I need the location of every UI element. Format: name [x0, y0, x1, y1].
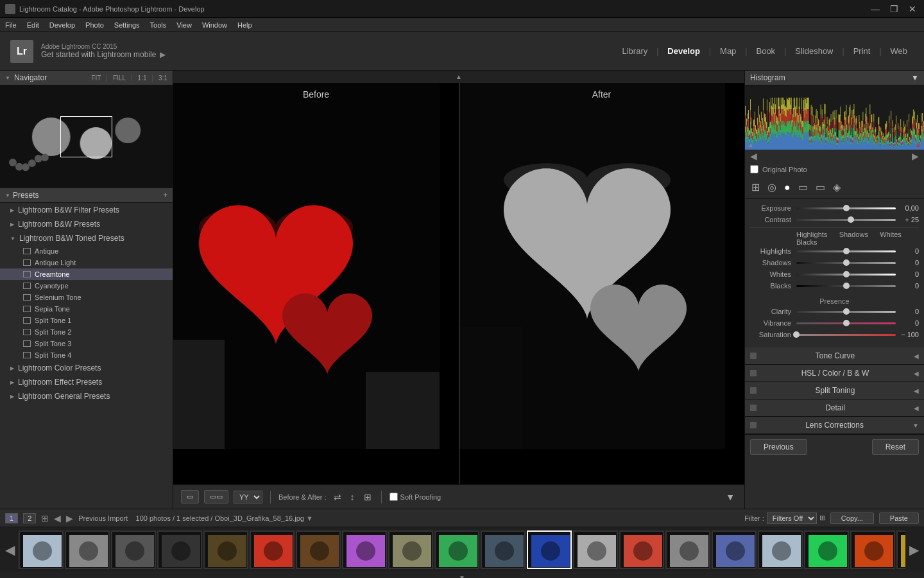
- shadows-thumb[interactable]: [843, 259, 850, 266]
- preset-antique[interactable]: Antique: [0, 245, 173, 257]
- copy-button[interactable]: Copy...: [830, 512, 874, 524]
- nav-fit[interactable]: FIT: [91, 74, 101, 82]
- menu-window[interactable]: Window: [202, 21, 227, 29]
- hist-left-arrow[interactable]: ◀: [750, 151, 757, 161]
- nav-web[interactable]: Web: [884, 44, 914, 58]
- menu-develop[interactable]: Develop: [49, 21, 75, 29]
- nav-library[interactable]: Library: [615, 44, 654, 58]
- filmstrip-thumb-5[interactable]: [250, 530, 295, 569]
- filmstrip-thumb-9[interactable]: [434, 530, 479, 569]
- filmstrip-thumb-7[interactable]: [342, 530, 387, 569]
- highlights-track[interactable]: [796, 250, 896, 252]
- menu-edit[interactable]: Edit: [27, 21, 39, 29]
- hist-highlight-marker[interactable]: ▲: [915, 141, 921, 148]
- nav-book[interactable]: Book: [749, 44, 782, 58]
- preset-group-bw-toned-header[interactable]: ▼ Lightroom B&W Toned Presets: [0, 231, 173, 245]
- soft-proof-checkbox[interactable]: [389, 493, 398, 501]
- orient-icon[interactable]: ⊞: [362, 490, 373, 504]
- preset-split-tone-1[interactable]: Split Tone 1: [0, 315, 173, 326]
- menu-tools[interactable]: Tools: [150, 21, 167, 29]
- whites-thumb[interactable]: [843, 271, 850, 277]
- view-loupe-btn[interactable]: ▭: [181, 490, 199, 504]
- histogram-collapse-icon[interactable]: ▼: [911, 73, 919, 82]
- strip-next-icon[interactable]: ▶: [66, 513, 73, 523]
- filter-dropdown[interactable]: Filters Off: [767, 512, 817, 524]
- preset-group-bw-presets-header[interactable]: ▶ Lightroom B&W Presets: [0, 217, 173, 231]
- navigator-preview[interactable]: [0, 85, 173, 188]
- filename-dropdown-icon[interactable]: ▼: [306, 514, 313, 522]
- bottom-panel-toggle[interactable]: ▼: [0, 572, 924, 578]
- strip-page-1[interactable]: 1: [5, 513, 18, 523]
- previous-button[interactable]: Previous: [750, 439, 807, 455]
- exposure-thumb[interactable]: [843, 205, 850, 211]
- clarity-track[interactable]: [796, 311, 896, 313]
- menu-settings[interactable]: Settings: [114, 21, 140, 29]
- menu-help[interactable]: Help: [237, 21, 252, 29]
- filmstrip-thumb-8[interactable]: [388, 530, 433, 569]
- detail-header[interactable]: Detail ◀: [745, 399, 924, 416]
- menu-file[interactable]: File: [5, 21, 17, 29]
- filmstrip-thumb-1[interactable]: [65, 530, 110, 569]
- menu-photo[interactable]: Photo: [85, 21, 104, 29]
- split-toning-header[interactable]: Split Toning ◀: [745, 382, 924, 399]
- preset-sepia-tone[interactable]: Sepia Tone: [0, 303, 173, 315]
- filmstrip-thumb-10[interactable]: [481, 530, 526, 569]
- nav-print[interactable]: Print: [847, 44, 877, 58]
- saturation-track[interactable]: [796, 334, 896, 336]
- filmstrip-thumb-11[interactable]: [527, 530, 572, 569]
- preset-cyanotype[interactable]: Cyanotype: [0, 280, 173, 292]
- strip-grid-icon[interactable]: ⊞: [41, 513, 49, 523]
- filmstrip-thumb-3[interactable]: [157, 530, 202, 569]
- filmstrip-thumb-2[interactable]: [111, 530, 156, 569]
- nav-develop[interactable]: Develop: [661, 44, 706, 58]
- preset-group-general-header[interactable]: ▶ Lightroom General Presets: [0, 389, 173, 403]
- sync-icon[interactable]: ↕: [348, 490, 357, 504]
- nav-3to1[interactable]: 3:1: [158, 74, 167, 82]
- shadows-track[interactable]: [796, 262, 896, 264]
- highlights-thumb[interactable]: [843, 248, 850, 254]
- filmstrip-left-nav[interactable]: ◀: [3, 539, 17, 560]
- filmstrip-thumb-4[interactable]: [203, 530, 248, 569]
- filmstrip-thumb-6[interactable]: [296, 530, 341, 569]
- whites-track[interactable]: [796, 274, 896, 276]
- tool-grid-icon[interactable]: ⊞: [750, 180, 761, 195]
- preset-creamtone[interactable]: Creamtone: [0, 268, 173, 280]
- filmstrip-thumb-12[interactable]: [573, 530, 618, 569]
- filmstrip-thumb-18[interactable]: [850, 530, 895, 569]
- filmstrip-right-nav[interactable]: ▶: [907, 539, 921, 560]
- hsl-header[interactable]: HSL / Color / B & W ◀: [745, 365, 924, 381]
- contrast-track[interactable]: [796, 219, 896, 221]
- blacks-track[interactable]: [796, 285, 896, 287]
- tone-curve-header[interactable]: Tone Curve ◀: [745, 347, 924, 364]
- vibrance-thumb[interactable]: [843, 320, 850, 326]
- view-dropdown[interactable]: YY XY: [234, 491, 262, 504]
- window-controls[interactable]: — ❐ ✕: [868, 4, 919, 14]
- close-button[interactable]: ✕: [906, 4, 919, 14]
- tool-redeye-icon[interactable]: ▭: [797, 180, 809, 195]
- navigator-collapse-icon[interactable]: ▼: [5, 75, 10, 81]
- tool-gradient-icon[interactable]: ▭: [814, 180, 826, 195]
- top-panel-toggle[interactable]: ▲: [173, 71, 744, 83]
- filmstrip-thumb-15[interactable]: [712, 530, 757, 569]
- tool-crop-icon[interactable]: ◎: [766, 180, 778, 195]
- nav-slideshow[interactable]: Slideshow: [789, 44, 839, 58]
- blacks-thumb[interactable]: [843, 283, 850, 289]
- tool-brush-icon[interactable]: ◈: [832, 180, 842, 195]
- preset-group-color-header[interactable]: ▶ Lightroom Color Presets: [0, 361, 173, 375]
- filmstrip-thumb-17[interactable]: [804, 530, 849, 569]
- preset-selenium-tone[interactable]: Selenium Tone: [0, 292, 173, 303]
- presets-add-icon[interactable]: +: [163, 191, 167, 200]
- lr-mobile-prompt[interactable]: Get started with Lightroom mobile ▶: [41, 50, 166, 59]
- menu-view[interactable]: View: [176, 21, 192, 29]
- filmstrip-thumb-0[interactable]: [19, 530, 64, 569]
- filmstrip-thumb-16[interactable]: [758, 530, 803, 569]
- preset-split-tone-4[interactable]: Split Tone 4: [0, 349, 173, 361]
- tool-heal-icon[interactable]: ●: [783, 180, 792, 195]
- preset-split-tone-3[interactable]: Split Tone 3: [0, 338, 173, 349]
- presets-collapse-icon[interactable]: ▼: [5, 193, 10, 198]
- filmstrip-thumb-19[interactable]: [896, 530, 905, 569]
- nav-fill[interactable]: FILL: [113, 74, 126, 82]
- swap-icon[interactable]: ⇄: [332, 490, 343, 504]
- original-photo-checkbox[interactable]: [750, 165, 758, 173]
- hist-right-arrow[interactable]: ▶: [912, 151, 919, 161]
